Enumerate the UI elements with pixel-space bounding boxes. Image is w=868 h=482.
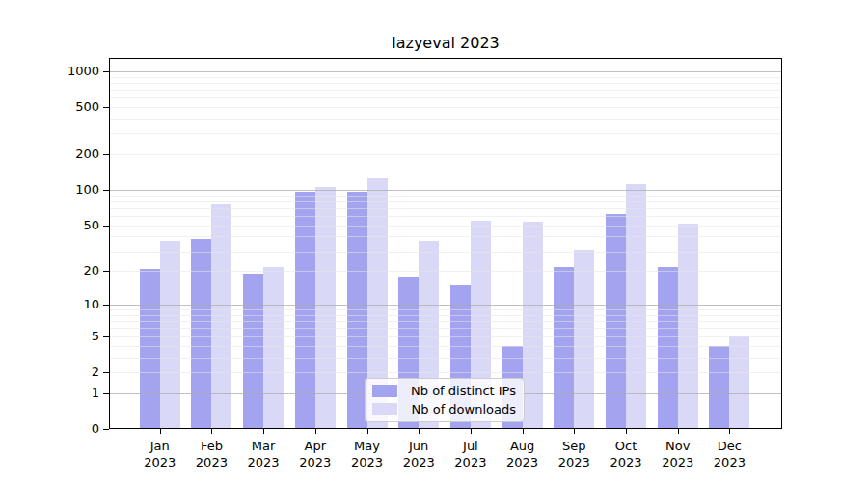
legend-swatch-distinct-ips: [372, 385, 397, 397]
x-tick-label: Dec2023: [703, 438, 755, 470]
x-axis-tick: [626, 429, 627, 434]
y-tick-label: 100: [41, 182, 99, 198]
x-axis-tick: [211, 429, 212, 434]
x-axis-tick: [678, 429, 679, 434]
x-axis-tick: [471, 429, 472, 434]
x-tick-label: Feb2023: [185, 438, 237, 470]
y-tick-label: 200: [41, 147, 99, 162]
y-tick-label: 0: [41, 421, 99, 437]
y-tick-label: 5: [41, 329, 99, 344]
y-tick-label: 20: [41, 263, 99, 279]
x-axis-tick: [419, 429, 420, 434]
x-tick-label: Mar2023: [237, 438, 289, 470]
x-axis-tick: [574, 429, 575, 434]
legend-label-downloads: Nb of downloads: [409, 402, 516, 416]
y-tick-label: 500: [41, 99, 99, 115]
x-axis-tick: [523, 429, 524, 434]
y-tick-label: 2: [41, 364, 99, 380]
x-tick-label: Aug2023: [497, 438, 549, 470]
chart-canvas: lazyeval 2023 01251020501002005001000Jan…: [0, 0, 868, 482]
legend-swatch-downloads: [372, 403, 397, 415]
legend-item-distinct-ips: Nb of distinct IPs: [372, 384, 516, 398]
x-axis-tick: [367, 429, 368, 434]
x-tick-label: Jun2023: [393, 438, 445, 470]
x-tick-label: Jan2023: [134, 438, 186, 470]
y-tick-label: 10: [41, 297, 99, 312]
x-tick-label: Sep2023: [548, 438, 600, 470]
x-tick-label: Oct2023: [600, 438, 652, 470]
legend-item-downloads: Nb of downloads: [372, 402, 516, 416]
x-axis-tick: [263, 429, 264, 434]
x-tick-label: Apr2023: [289, 438, 341, 470]
x-axis-tick: [729, 429, 730, 434]
y-tick-label: 1000: [41, 64, 99, 79]
x-axis-tick: [160, 429, 161, 434]
plot-area: [109, 58, 782, 429]
y-tick-label: 1: [41, 386, 99, 401]
y-axis-tick: [103, 429, 109, 430]
y-tick-label: 50: [41, 218, 99, 233]
legend: Nb of distinct IPs Nb of downloads: [365, 378, 525, 422]
x-tick-label: Nov2023: [652, 438, 704, 470]
x-tick-label: May2023: [341, 438, 393, 470]
x-axis-tick: [315, 429, 316, 434]
legend-label-distinct-ips: Nb of distinct IPs: [409, 384, 516, 398]
chart-title: lazyeval 2023: [109, 34, 782, 52]
x-tick-label: Jul2023: [445, 438, 497, 470]
